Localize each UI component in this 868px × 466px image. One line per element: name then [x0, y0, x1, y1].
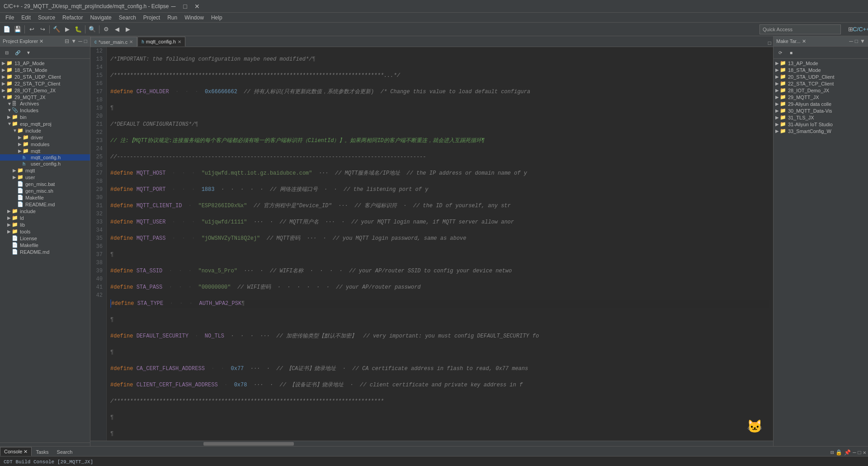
- right-tree-item[interactable]: ▶ 📁 31_TLS_JX: [774, 114, 868, 121]
- console-close-icon[interactable]: ✕: [863, 449, 866, 456]
- tree-item[interactable]: 📄 README.md: [0, 201, 90, 208]
- right-panel-refresh[interactable]: ⟳: [775, 48, 785, 57]
- folder-icon: 📁: [780, 108, 787, 114]
- tree-arrow: ▶: [775, 81, 780, 86]
- left-menu-btn[interactable]: ▼: [24, 48, 33, 57]
- search-tab[interactable]: Search: [53, 447, 77, 456]
- console-pin-icon[interactable]: 📌: [844, 449, 851, 456]
- menu-file[interactable]: File: [2, 13, 18, 22]
- console-tab[interactable]: Console ✕: [0, 447, 32, 456]
- toolbar-extra3[interactable]: ▶: [123, 24, 133, 34]
- tree-item[interactable]: 📄 License: [0, 235, 90, 242]
- menu-project[interactable]: Project: [140, 13, 164, 22]
- right-tree-item[interactable]: ▶ 📁 28_IOT_Demo_JX: [774, 87, 868, 94]
- tree-item[interactable]: 📄 README.md: [0, 248, 90, 255]
- console-min-icon[interactable]: ─: [853, 450, 856, 456]
- toolbar-debug[interactable]: 🐛: [73, 24, 83, 34]
- maximize-button[interactable]: □: [181, 3, 190, 10]
- horizontal-scrollbar[interactable]: [90, 441, 773, 446]
- toolbar-build[interactable]: 🔨: [52, 24, 61, 34]
- menu-window[interactable]: Window: [181, 13, 208, 22]
- right-tree-item[interactable]: ▶ 📁 20_STA_UDP_Client: [774, 73, 868, 80]
- tree-item[interactable]: ▼ 📎 Includes: [0, 107, 90, 114]
- console-clear-icon[interactable]: ⊡: [830, 449, 834, 456]
- right-tree-item[interactable]: ▶ 📁 30_MQTT_Data-Vis: [774, 107, 868, 114]
- toolbar-perspective2[interactable]: C/C++: [856, 24, 866, 34]
- tree-item[interactable]: ▼ 📁 29_MQTT_JX: [0, 94, 90, 100]
- tree-item[interactable]: ▼ 🗄 Archives: [0, 100, 90, 107]
- toolbar-search[interactable]: 🔍: [87, 24, 97, 34]
- toolbar-extra1[interactable]: ⚙: [101, 24, 111, 34]
- quick-access-box[interactable]: Quick Access: [760, 24, 841, 34]
- scrollbar-thumb[interactable]: [203, 442, 294, 446]
- tree-item[interactable]: ▶ 📁 tools: [0, 228, 90, 235]
- tree-item[interactable]: 📄 gen_misc.sh: [0, 187, 90, 194]
- menu-help[interactable]: Help: [208, 13, 226, 22]
- toolbar-run[interactable]: ▶: [62, 24, 72, 34]
- left-link-btn[interactable]: 🔗: [13, 48, 23, 57]
- tree-item[interactable]: 📄 Makefile: [0, 194, 90, 201]
- panel-max-icon[interactable]: □: [84, 38, 87, 44]
- right-tree-item[interactable]: ▶ 📁 31-Aliyun IoT Studio: [774, 121, 868, 128]
- tree-item[interactable]: ▶ 📁 22_STA_TCP_Client: [0, 80, 90, 87]
- tree-item[interactable]: ▼ 📁 include: [0, 127, 90, 134]
- tree-item[interactable]: ▶ 📁 13_AP_Mode: [0, 60, 90, 67]
- menu-source[interactable]: Source: [34, 13, 59, 22]
- tree-item[interactable]: ▶ 📁 ld: [0, 214, 90, 221]
- tree-item-selected[interactable]: h mqtt_config.h: [0, 154, 90, 161]
- menu-run[interactable]: Run: [164, 13, 181, 22]
- menu-navigate[interactable]: Navigate: [86, 13, 115, 22]
- toolbar-undo[interactable]: ↩: [27, 24, 37, 34]
- right-tree-item[interactable]: ▶ 📁 22_STA_TCP_Client: [774, 80, 868, 87]
- toolbar-save[interactable]: 💾: [13, 24, 23, 34]
- menu-refactor[interactable]: Refactor: [59, 13, 86, 22]
- menubar: File Edit Source Refactor Navigate Searc…: [0, 13, 868, 23]
- code-editor[interactable]: 12 13 14 15 16 17 18 19 20 21 22 23 24 2…: [90, 47, 773, 441]
- tree-item[interactable]: ▶ 📁 28_IOT_Demo_JX: [0, 87, 90, 94]
- right-panel-menu-icon[interactable]: ▼: [860, 38, 865, 44]
- minimize-button[interactable]: ─: [169, 3, 178, 10]
- tab-mqtt-config[interactable]: h mqtt_config.h ✕: [137, 37, 185, 47]
- console-scroll-lock-icon[interactable]: 🔒: [835, 449, 842, 456]
- menu-search[interactable]: Search: [115, 13, 140, 22]
- right-panel-stop[interactable]: ■: [786, 48, 796, 57]
- menu-edit[interactable]: Edit: [18, 13, 34, 22]
- tree-item[interactable]: ▶ 📁 18_STA_Mode: [0, 67, 90, 73]
- tab-close-icon[interactable]: ✕: [129, 39, 133, 44]
- tree-item[interactable]: ▶ 📁 mqtt: [0, 167, 90, 174]
- panel-menu-icon[interactable]: ▼: [71, 38, 76, 44]
- toolbar-new[interactable]: 📄: [2, 24, 12, 34]
- tree-item[interactable]: 📄 gen_misc.bat: [0, 181, 90, 187]
- right-tree-item[interactable]: ▶ 📁 18_STA_Mode: [774, 67, 868, 73]
- tree-item[interactable]: h user_config.h: [0, 161, 90, 167]
- tab-user-main[interactable]: c *user_main.c ✕: [90, 37, 137, 47]
- collapse-all-icon[interactable]: ⊟: [65, 38, 69, 44]
- tree-item[interactable]: ▼ 📁 esp_mqtt_proj: [0, 120, 90, 127]
- tree-item[interactable]: ▶ 📁 20_STA_UDP_Client: [0, 73, 90, 80]
- close-button[interactable]: ✕: [193, 3, 202, 10]
- code-lines[interactable]: /*IMPORTANT: the following configuration…: [107, 47, 773, 441]
- tree-item[interactable]: ▶ 📁 bin: [0, 114, 90, 120]
- right-panel-min-icon[interactable]: ─: [849, 38, 853, 44]
- tab-close-icon[interactable]: ✕: [178, 39, 181, 44]
- tasks-tab[interactable]: Tasks: [32, 447, 52, 456]
- folder-icon: 📁: [12, 208, 19, 214]
- right-panel-max-icon[interactable]: □: [855, 38, 858, 44]
- right-tree-item[interactable]: ▶ 📁 29-Aliyun data colle: [774, 100, 868, 107]
- editor-maximize-icon[interactable]: □: [768, 40, 771, 47]
- tree-item[interactable]: ▶ 📁 include: [0, 208, 90, 214]
- toolbar-redo[interactable]: ↪: [38, 24, 47, 34]
- console-max-icon[interactable]: □: [858, 450, 861, 456]
- toolbar-extra2[interactable]: ◀: [112, 24, 122, 34]
- right-tree-item[interactable]: ▶ 📁 33_SmartConfig_W: [774, 128, 868, 134]
- right-tree-item[interactable]: ▶ 📁 13_AP_Mode: [774, 60, 868, 67]
- tree-item[interactable]: ▶ 📁 driver: [0, 134, 90, 141]
- tree-item[interactable]: ▶ 📁 mqtt: [0, 147, 90, 154]
- left-collapse-btn[interactable]: ⊟: [2, 48, 12, 57]
- tree-item[interactable]: ▶ 📁 lib: [0, 221, 90, 228]
- tree-item[interactable]: ▶ 📁 modules: [0, 141, 90, 147]
- right-tree-item[interactable]: ▶ 📁 29_MQTT_JX: [774, 94, 868, 100]
- tree-item[interactable]: ▶ 📁 user: [0, 174, 90, 181]
- panel-min-icon[interactable]: ─: [78, 38, 82, 44]
- tree-item[interactable]: 📄 Makefile: [0, 242, 90, 248]
